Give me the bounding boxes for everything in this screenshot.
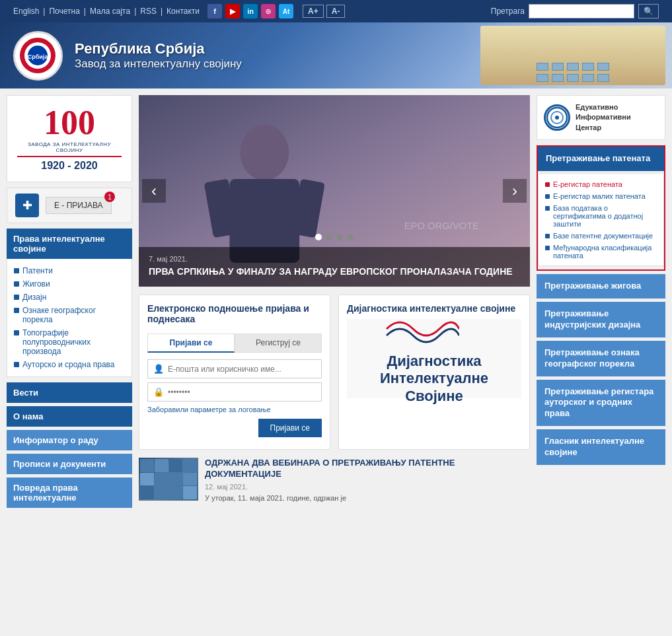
- slide-title: ПРВА СРПКИЊА У ФИНАЛУ ЗА НАГРАДУ ЕВРОПСК…: [149, 265, 520, 279]
- patent-search-button[interactable]: Претраживање патената: [538, 147, 664, 171]
- trademark-search-button[interactable]: Претраживање жигова: [537, 274, 665, 299]
- password-field-container: 🔒: [147, 382, 322, 402]
- dot-author: [14, 362, 19, 367]
- sidebar-link-author[interactable]: Ауторско и сродна права: [14, 358, 125, 371]
- sep4: |: [161, 7, 163, 16]
- social-icons: f ▶ in ◎ At: [207, 4, 293, 18]
- anniversary-logo: 100 ЗАВОДА ЗА ИНТЕЛЕКТУАЛНУ СВОЈИНУ 1920…: [7, 95, 132, 182]
- center-content: EPO.ORG/VOTE ‹ › 7. мај 2021. ПРВА СРПКИ…: [139, 95, 530, 577]
- svg-point-5: [240, 125, 289, 181]
- news-date: 12. мај 2021.: [205, 483, 530, 491]
- dot-trademarks: [14, 281, 19, 287]
- slide-dot-4[interactable]: [347, 234, 354, 240]
- sidebar-btn-povreda[interactable]: Повреда права интелектуалне: [7, 477, 132, 508]
- tab-register[interactable]: Региструј се: [235, 334, 322, 353]
- geo-search-button[interactable]: Претраживање ознака географског порекла: [537, 341, 665, 376]
- anno-range: 1920 - 2020: [17, 156, 122, 172]
- sub-link-mali-patenti[interactable]: Е-регистар малих патената: [545, 190, 657, 202]
- news-content: ОДРЖАНА ДВА ВЕБИНАРА О ПРЕТРАЖИВАЊУ ПАТЕ…: [205, 458, 530, 503]
- diagnostics-logo: Дијагностика Интелектуалне Својине: [347, 319, 521, 398]
- news-item: ОДРЖАНА ДВА ВЕБИНАРА О ПРЕТРАЖИВАЊУ ПАТЕ…: [139, 458, 530, 509]
- sub-link-e-registar[interactable]: Е-регистар патената: [545, 178, 657, 190]
- sub-link-klasifikacija[interactable]: Међународна класификација патената: [545, 242, 657, 262]
- gazette-button[interactable]: Гласник интелектуалне својине: [537, 429, 665, 465]
- sep1: |: [43, 7, 45, 16]
- header-banner: Србија Република Србија Завод за интелек…: [0, 22, 672, 88]
- sidebar-btn-news[interactable]: Вести: [7, 382, 132, 403]
- news-thumb-grid: [139, 458, 198, 501]
- news-thumbnail: [139, 458, 198, 501]
- left-sidebar: 100 ЗАВОДА ЗА ИНТЕЛЕКТУАЛНУ СВОЈИНУ 1920…: [7, 95, 132, 577]
- top-bar-links: English | Почетна | Мала сајта | RSS | К…: [13, 4, 345, 18]
- patent-search-section: Претраживање патената Е-регистар патенат…: [537, 145, 665, 271]
- password-input[interactable]: [168, 388, 316, 397]
- e-prijava-section: Електронско подношење пријава и поднесак…: [139, 295, 330, 450]
- slide-dot-3[interactable]: [336, 234, 343, 240]
- twitter-icon[interactable]: At: [279, 4, 293, 18]
- notification-badge: 1: [104, 192, 115, 202]
- nav-sitemap[interactable]: Мала сајта: [90, 7, 130, 16]
- nav-contacts[interactable]: Контакти: [167, 7, 200, 16]
- e-prijava-button[interactable]: Е - ПРИЈАВА: [46, 197, 112, 214]
- linkedin-icon[interactable]: in: [243, 4, 258, 18]
- top-bar: English | Почетна | Мала сајта | RSS | К…: [0, 0, 672, 22]
- anno-number: 100: [17, 106, 122, 140]
- nav-rss[interactable]: RSS: [140, 7, 157, 16]
- building-image: [480, 26, 665, 85]
- sep3: |: [134, 7, 136, 16]
- sidebar-link-patents[interactable]: Патенти: [14, 264, 125, 277]
- svg-text:EPO.ORG/VOTE: EPO.ORG/VOTE: [404, 221, 480, 231]
- e-prijava-box: ✚ Е - ПРИЈАВА 1: [7, 188, 132, 223]
- instagram-icon[interactable]: ◎: [261, 4, 276, 18]
- dot-baze-dok: [545, 234, 550, 238]
- sidebar-link-trademarks[interactable]: Жигови: [14, 277, 125, 291]
- slide-date: 7. мај 2021.: [149, 255, 520, 263]
- header-title: Република Србија Завод за интелектуалну …: [75, 40, 242, 71]
- login-submit-button[interactable]: Пријави се: [258, 419, 322, 437]
- slide-dot-1[interactable]: [315, 234, 322, 240]
- main-wrapper: 100 ЗАВОДА ЗА ИНТЕЛЕКТУАЛНУ СВОЈИНУ 1920…: [0, 88, 672, 584]
- slide-dots: [315, 234, 354, 240]
- sidebar-ip-rights-title[interactable]: Права интелектуалне својине: [7, 229, 132, 259]
- news-title[interactable]: ОДРЖАНА ДВА ВЕБИНАРА О ПРЕТРАЖИВАЊУ ПАТЕ…: [205, 458, 530, 480]
- edu-logo: [544, 104, 570, 131]
- author-search-button[interactable]: Претраживање регистара ауторског и сродн…: [537, 380, 665, 427]
- slide-prev-button[interactable]: ‹: [142, 179, 166, 203]
- svg-text:Србија: Србија: [28, 53, 49, 60]
- sidebar-btn-informator[interactable]: Информатор о раду: [7, 430, 132, 450]
- youtube-icon[interactable]: ▶: [225, 4, 240, 18]
- dot-klasifikacija: [545, 246, 550, 250]
- sidebar-btn-propis[interactable]: Прописи и документи: [7, 454, 132, 474]
- sub-link-sertifikati[interactable]: База података о сертификатима о додатној…: [545, 202, 657, 230]
- slide-next-button[interactable]: ›: [503, 179, 527, 203]
- tab-login[interactable]: Пријави се: [147, 334, 235, 353]
- serbia-emblem: Србија: [13, 31, 63, 81]
- slide-dot-2[interactable]: [326, 234, 332, 240]
- dot-geo: [14, 308, 19, 313]
- diagnostics-section: Дијагностика интелектуалне својине Дијаг…: [338, 295, 530, 450]
- font-increase-button[interactable]: A+: [303, 5, 324, 18]
- email-input[interactable]: [168, 365, 316, 374]
- dot-mali-patenti: [545, 194, 550, 199]
- design-search-button[interactable]: Претраживање индустријских дизајна: [537, 302, 665, 337]
- sidebar-btn-about[interactable]: О нама: [7, 406, 132, 427]
- e-icon: ✚: [15, 194, 39, 217]
- right-sidebar: Едукативно Информативни Центар Претражив…: [537, 95, 665, 577]
- dot-e-registar: [545, 182, 550, 187]
- top-bar-search: Претрага 🔍: [491, 4, 659, 18]
- sidebar-link-design[interactable]: Дизајн: [14, 291, 125, 304]
- sidebar-link-geo[interactable]: Ознаке географског порекла: [14, 304, 125, 326]
- nav-home[interactable]: Почетна: [49, 7, 79, 16]
- sub-link-baze-dok[interactable]: Базе патентне документације: [545, 230, 657, 242]
- building-windows-2: [537, 74, 609, 82]
- facebook-icon[interactable]: f: [207, 4, 222, 18]
- font-decrease-button[interactable]: A-: [326, 5, 346, 18]
- building-windows: [537, 63, 609, 71]
- sidebar-link-topo[interactable]: Топографије полупроводничких производа: [14, 326, 125, 358]
- search-button[interactable]: 🔍: [638, 4, 659, 18]
- search-input[interactable]: [529, 4, 634, 18]
- email-field-container: 👤: [147, 359, 322, 378]
- lang-english[interactable]: English: [13, 7, 39, 16]
- dot-topo: [14, 330, 19, 336]
- forgot-link[interactable]: Заборавили параметре за логовање: [147, 406, 322, 413]
